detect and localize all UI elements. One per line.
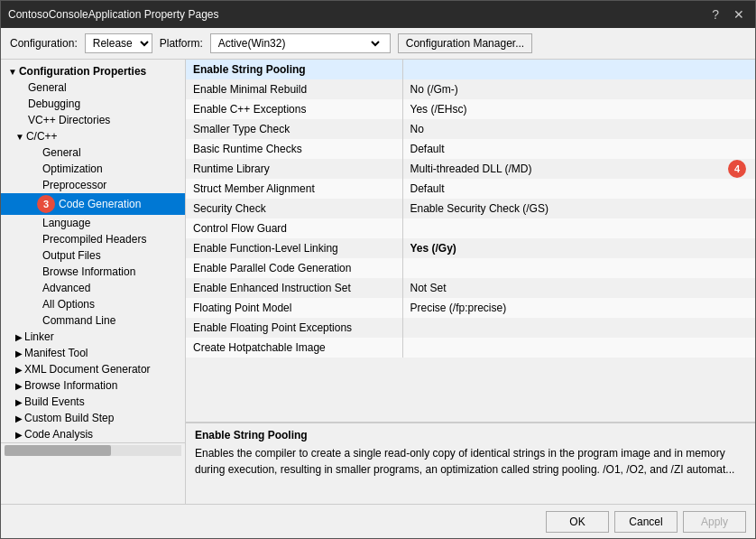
table-row[interactable]: Enable Minimal Rebuild No (/Gm-) bbox=[186, 79, 755, 99]
sidebar-item-cc-pch[interactable]: Precompiled Headers bbox=[1, 231, 185, 247]
property-value: Yes (/EHsc) bbox=[402, 99, 755, 119]
property-name: Runtime Library bbox=[186, 159, 402, 179]
toolbar: Configuration: Release Debug Platform: A… bbox=[1, 28, 755, 60]
sidebar-item-custom-build-label: Custom Build Step bbox=[24, 412, 114, 424]
table-row[interactable]: Floating Point Model Precise (/fp:precis… bbox=[186, 298, 755, 318]
sidebar-item-cc-advanced[interactable]: Advanced bbox=[1, 280, 185, 296]
sidebar: ▼ Configuration Properties General Debug… bbox=[1, 60, 186, 504]
sidebar-item-xml-doc-label: XML Document Generator bbox=[24, 363, 151, 376]
expand-icon-linker: ▶ bbox=[15, 332, 23, 342]
sidebar-item-cc-output[interactable]: Output Files bbox=[1, 247, 185, 264]
sidebar-root-label: Configuration Properties bbox=[19, 65, 146, 78]
property-value bbox=[402, 60, 755, 79]
table-row[interactable]: Enable Enhanced Instruction Set Not Set bbox=[186, 278, 755, 298]
description-text: Enables the compiler to create a single … bbox=[195, 445, 746, 478]
title-bar-controls: ? ✕ bbox=[708, 7, 748, 22]
sidebar-item-linker-label: Linker bbox=[24, 330, 54, 343]
property-name: Struct Member Alignment bbox=[186, 179, 402, 199]
badge-3-icon: 3 bbox=[37, 195, 55, 213]
property-value: Default bbox=[402, 139, 755, 159]
sidebar-item-build-events-label: Build Events bbox=[24, 395, 85, 408]
sidebar-scrollbar[interactable] bbox=[1, 442, 185, 458]
expand-icon-cc: ▼ bbox=[15, 132, 24, 142]
property-value bbox=[402, 218, 755, 238]
close-button[interactable]: ✕ bbox=[730, 7, 748, 22]
sidebar-item-browse-info-label: Browse Information bbox=[24, 379, 117, 392]
ok-button[interactable]: OK bbox=[546, 511, 609, 533]
expand-icon-custom-build: ▶ bbox=[15, 414, 23, 423]
property-name: Security Check bbox=[186, 199, 402, 218]
property-name: Smaller Type Check bbox=[186, 119, 402, 139]
property-pages-window: ContosoConsoleApplication Property Pages… bbox=[0, 0, 756, 539]
property-name: Basic Runtime Checks bbox=[186, 139, 402, 159]
help-button[interactable]: ? bbox=[708, 7, 723, 22]
table-row[interactable]: Enable String Pooling bbox=[186, 60, 755, 79]
property-value: Multi-threaded DLL (/MD) 4 bbox=[402, 159, 755, 179]
table-row[interactable]: Enable Floating Point Exceptions bbox=[186, 318, 755, 338]
sidebar-item-manifest[interactable]: ▶ Manifest Tool bbox=[1, 345, 185, 361]
sidebar-item-cc-language[interactable]: Language bbox=[1, 215, 185, 231]
table-row[interactable]: Enable Function-Level Linking Yes (/Gy) bbox=[186, 238, 755, 258]
expand-icon-build-events: ▶ bbox=[15, 397, 23, 407]
sidebar-item-cc[interactable]: ▼ C/C++ bbox=[1, 128, 185, 144]
sidebar-item-cc-allopts[interactable]: All Options bbox=[1, 296, 185, 312]
table-row[interactable]: Struct Member Alignment Default bbox=[186, 179, 755, 199]
property-name: Enable Enhanced Instruction Set bbox=[186, 278, 402, 298]
cancel-button[interactable]: Cancel bbox=[614, 511, 678, 533]
right-panel: Enable String Pooling Enable Minimal Reb… bbox=[186, 60, 755, 504]
description-panel: Enable String Pooling Enables the compil… bbox=[186, 423, 755, 504]
sidebar-item-linker[interactable]: ▶ Linker bbox=[1, 329, 185, 345]
sidebar-item-browse-info[interactable]: ▶ Browse Information bbox=[1, 377, 185, 394]
sidebar-item-vc-dirs[interactable]: VC++ Directories bbox=[1, 112, 185, 128]
property-value: Precise (/fp:precise) bbox=[402, 298, 755, 318]
property-name: Create Hotpatchable Image bbox=[186, 338, 402, 358]
property-value: Not Set bbox=[402, 278, 755, 298]
sidebar-item-cc-browse[interactable]: Browse Information bbox=[1, 264, 185, 280]
config-label: Configuration: bbox=[10, 37, 78, 50]
config-select[interactable]: Release Debug bbox=[86, 34, 152, 52]
property-name: Control Flow Guard bbox=[186, 218, 402, 238]
table-row[interactable]: Smaller Type Check No bbox=[186, 119, 755, 139]
config-dropdown[interactable]: Release Debug bbox=[85, 33, 152, 53]
expand-icon-root: ▼ bbox=[8, 67, 17, 77]
config-manager-button[interactable]: Configuration Manager... bbox=[398, 33, 532, 53]
table-row[interactable]: Basic Runtime Checks Default bbox=[186, 139, 755, 159]
sidebar-item-xml-doc[interactable]: ▶ XML Document Generator bbox=[1, 361, 185, 377]
expand-icon-browse-info: ▶ bbox=[15, 381, 23, 391]
sidebar-item-general[interactable]: General bbox=[1, 79, 185, 96]
sidebar-item-code-analysis-label: Code Analysis bbox=[24, 428, 93, 441]
sidebar-item-code-analysis[interactable]: ▶ Code Analysis bbox=[1, 426, 185, 442]
sidebar-root[interactable]: ▼ Configuration Properties bbox=[1, 63, 185, 79]
table-row[interactable]: Control Flow Guard bbox=[186, 218, 755, 238]
property-value: No bbox=[402, 119, 755, 139]
property-value bbox=[402, 338, 755, 358]
property-name: Enable Function-Level Linking bbox=[186, 238, 402, 258]
table-row[interactable]: Runtime Library Multi-threaded DLL (/MD)… bbox=[186, 159, 755, 179]
table-row[interactable]: Enable C++ Exceptions Yes (/EHsc) bbox=[186, 99, 755, 119]
sidebar-item-custom-build[interactable]: ▶ Custom Build Step bbox=[1, 410, 185, 426]
property-value: Default bbox=[402, 179, 755, 199]
table-row[interactable]: Enable Parallel Code Generation bbox=[186, 258, 755, 278]
sidebar-item-cc-label: C/C++ bbox=[26, 130, 58, 143]
sidebar-item-debugging[interactable]: Debugging bbox=[1, 96, 185, 112]
table-row[interactable]: Create Hotpatchable Image bbox=[186, 338, 755, 358]
expand-icon-manifest: ▶ bbox=[15, 348, 23, 358]
table-row[interactable]: Security Check Enable Security Check (/G… bbox=[186, 199, 755, 218]
sidebar-item-cc-codegen[interactable]: 3 Code Generation bbox=[1, 193, 185, 215]
sidebar-item-cc-preprocessor[interactable]: Preprocessor bbox=[1, 177, 185, 193]
platform-select[interactable]: Active(Win32) x64 bbox=[211, 34, 383, 52]
platform-dropdown[interactable]: Active(Win32) x64 bbox=[210, 33, 391, 53]
platform-label: Platform: bbox=[160, 37, 203, 50]
property-name: Floating Point Model bbox=[186, 298, 402, 318]
expand-icon-code-analysis: ▶ bbox=[15, 430, 23, 440]
properties-table: Enable String Pooling Enable Minimal Reb… bbox=[186, 60, 755, 423]
sidebar-item-cc-cmdline[interactable]: Command Line bbox=[1, 312, 185, 329]
property-name: Enable C++ Exceptions bbox=[186, 99, 402, 119]
apply-button[interactable]: Apply bbox=[683, 511, 746, 533]
property-value bbox=[402, 258, 755, 278]
sidebar-item-cc-optimization[interactable]: Optimization bbox=[1, 161, 185, 177]
sidebar-item-build-events[interactable]: ▶ Build Events bbox=[1, 394, 185, 410]
sidebar-item-cc-general[interactable]: General bbox=[1, 144, 185, 161]
property-value bbox=[402, 318, 755, 338]
badge-4-icon: 4 bbox=[728, 160, 746, 178]
